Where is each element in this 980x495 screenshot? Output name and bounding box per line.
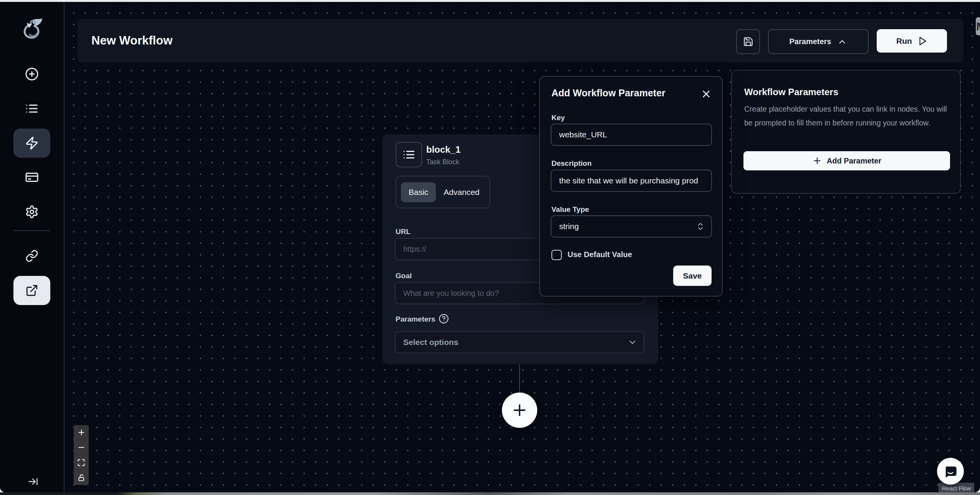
sidebar-item-tasks[interactable]	[13, 94, 50, 123]
lock-button[interactable]	[74, 470, 89, 485]
description-label: Description	[551, 159, 592, 168]
value-type-label: Value Type	[551, 205, 589, 214]
sidebar-item-create[interactable]	[13, 59, 50, 89]
sidebar-item-billing[interactable]	[13, 163, 50, 192]
workflow-header-bar: New Workflow Parameters Run	[78, 19, 963, 63]
sidebar	[0, 2, 64, 492]
arrow-right-to-line-icon	[28, 476, 38, 487]
chat-launcher-button[interactable]	[937, 458, 964, 485]
chevron-up-icon	[837, 37, 847, 47]
parameters-select[interactable]: Select options	[395, 331, 644, 353]
zoom-out-button[interactable]	[74, 440, 89, 455]
chevron-down-icon	[627, 337, 644, 347]
parameters-label: Parameters	[396, 315, 435, 323]
workflow-edge	[519, 364, 520, 393]
background-window-fragment: M	[976, 17, 980, 35]
play-icon	[917, 36, 927, 46]
skyvern-dragon-logo	[20, 17, 44, 43]
workflow-canvas[interactable]: New Workflow Parameters Run	[65, 2, 980, 492]
block-tabs: Basic Advanced	[396, 176, 490, 208]
sidebar-item-integrations[interactable]	[13, 241, 50, 271]
key-input[interactable]	[551, 124, 712, 146]
sidebar-item-settings[interactable]	[13, 197, 50, 226]
parameters-toggle-button[interactable]: Parameters	[768, 29, 869, 54]
link-icon	[25, 249, 38, 262]
page-title: New Workflow	[91, 34, 172, 48]
zoom-in-button[interactable]	[74, 425, 89, 440]
sidebar-collapse-button[interactable]	[25, 475, 41, 488]
workflow-parameters-panel: Workflow Parameters Create placeholder v…	[731, 70, 961, 194]
plus-circle-icon	[25, 67, 39, 81]
run-workflow-button[interactable]: Run	[877, 29, 947, 53]
plus-icon	[812, 156, 822, 166]
parameters-select-value: Select options	[396, 338, 459, 347]
chat-bubble-icon	[942, 463, 958, 479]
add-workflow-parameter-modal: Add Workflow Parameter Key Description V…	[539, 76, 723, 297]
add-parameter-button[interactable]: Add Parameter	[743, 151, 950, 170]
modal-title: Add Workflow Parameter	[551, 87, 665, 99]
react-flow-attribution[interactable]: React Flow	[939, 483, 974, 492]
tab-advanced[interactable]: Advanced	[436, 182, 487, 202]
tab-basic[interactable]: Basic	[401, 182, 436, 202]
key-label: Key	[551, 114, 565, 122]
goal-label: Goal	[396, 272, 412, 280]
plus-icon	[511, 401, 528, 419]
block-type-icon-box	[396, 142, 422, 167]
zap-icon	[25, 136, 39, 150]
block-name: block_1	[426, 144, 460, 155]
panel-title: Workflow Parameters	[744, 87, 838, 97]
save-icon	[743, 36, 753, 47]
panel-description: Create placeholder values that you can l…	[744, 102, 952, 130]
app-window: New Workflow Parameters Run	[0, 2, 980, 492]
lock-icon	[78, 474, 85, 482]
use-default-value-checkbox[interactable]	[551, 250, 562, 260]
list-icon	[25, 102, 39, 116]
zoom-in-icon	[77, 428, 86, 437]
description-input[interactable]	[551, 170, 712, 192]
fit-view-button[interactable]	[74, 455, 89, 470]
add-parameter-label: Add Parameter	[827, 157, 881, 165]
canvas-controls	[74, 425, 89, 485]
sidebar-item-workflows[interactable]	[13, 129, 50, 158]
screen-bottom-strip	[0, 492, 980, 495]
use-default-value-label: Use Default Value	[568, 250, 632, 259]
save-workflow-button[interactable]	[736, 29, 760, 54]
sidebar-separator	[64, 2, 65, 492]
gear-icon	[25, 205, 39, 219]
fit-view-icon	[77, 459, 85, 467]
parameters-button-label: Parameters	[790, 37, 831, 46]
run-button-label: Run	[896, 36, 912, 46]
sidebar-item-external[interactable]	[13, 276, 50, 305]
chevrons-up-down-icon	[696, 222, 705, 231]
list-icon	[402, 148, 416, 161]
add-block-button[interactable]	[502, 393, 537, 428]
value-type-value: string	[559, 222, 579, 231]
block-type-label: Task Block	[426, 158, 459, 166]
close-modal-button[interactable]	[700, 87, 713, 101]
value-type-select[interactable]: string	[551, 215, 712, 238]
external-link-icon	[25, 284, 38, 297]
credit-card-icon	[25, 170, 39, 184]
help-circle-icon[interactable]	[439, 314, 449, 324]
modal-save-button[interactable]: Save	[673, 266, 712, 286]
url-label: URL	[396, 228, 411, 236]
sidebar-divider	[13, 230, 50, 231]
x-icon	[700, 88, 712, 100]
zoom-out-icon	[77, 443, 86, 452]
